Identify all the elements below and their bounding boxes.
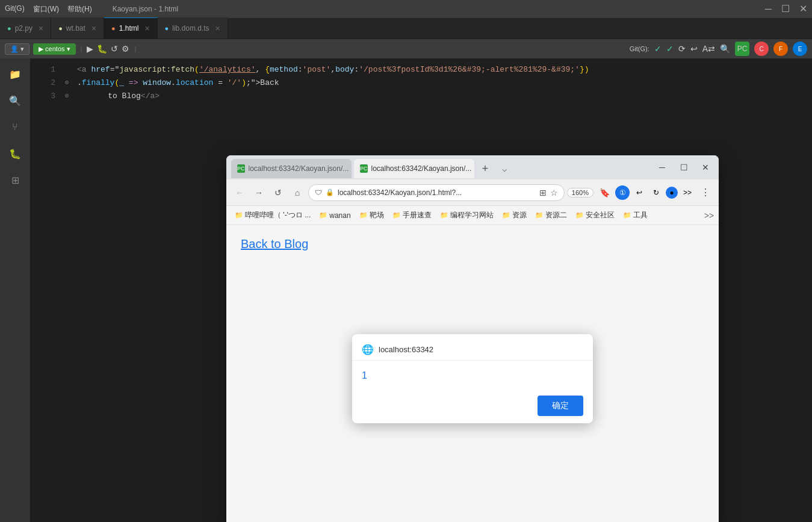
bookmark-range[interactable]: 📁 靶场 [356, 209, 388, 222]
tab-close-wtbat[interactable]: × [91, 23, 96, 33]
browser-new-tab-btn[interactable]: + [477, 160, 494, 177]
bookmark-icon-resource2: 📁 [535, 211, 544, 219]
bookmark-resource2[interactable]: 📁 资源二 [532, 209, 571, 222]
minimize-btn[interactable]: ─ [765, 4, 772, 14]
run-icon[interactable]: ▶ [87, 44, 93, 54]
toolbar-sep2: | [134, 45, 136, 52]
sidebar-icon-debug[interactable]: 🐛 [4, 143, 26, 164]
refresh-icon[interactable]: ↺ [111, 44, 118, 54]
debug-icon[interactable]: 🐛 [97, 44, 107, 54]
tab-close-1html[interactable]: × [144, 23, 149, 33]
titlebar-left: Git(G) 窗口(W) 帮助(H) Kaoyan.json - 1.html [5, 4, 178, 14]
bookmark-resource[interactable]: 📁 资源 [498, 209, 530, 222]
tab-label-wtbat: wt.bat [66, 24, 85, 33]
alert-ok-button[interactable]: 确定 [538, 396, 583, 416]
bookmarks-more-btn[interactable]: >> [704, 211, 714, 220]
line-num-2: 2 [35, 76, 65, 90]
browser-menu-btn[interactable]: ⋮ [697, 184, 714, 201]
zoom-level-badge: 160% [567, 188, 594, 197]
server-button[interactable]: ▶ centos ▾ [33, 43, 76, 55]
alert-dialog: 🌐 localhost:63342 1 确定 [352, 334, 593, 423]
browser-address-box[interactable]: 🛡 🔒 localhost:63342/Kaoyan.json/1.html?.… [308, 184, 565, 201]
address-url-text: localhost:63342/Kaoyan.json/1.html?... [338, 188, 536, 197]
bookmark-icon-tools: 📁 [623, 211, 631, 219]
browser-tab-icon-2: PC [360, 164, 368, 173]
tab-libdomdts[interactable]: ● lib.dom.d.ts × [158, 17, 228, 39]
bookmark-label-manual: 手册速查 [403, 210, 432, 220]
git-check1-icon[interactable]: ✓ [654, 44, 662, 54]
star-icon[interactable]: ☆ [550, 188, 558, 197]
sidebar-icon-git[interactable]: ⑂ [4, 116, 26, 138]
browser-back-btn[interactable]: ← [231, 184, 248, 201]
browser-forward-btn[interactable]: → [250, 184, 267, 201]
browser-reload-btn[interactable]: ↺ [270, 184, 287, 201]
close-btn[interactable]: ✕ [799, 4, 807, 14]
line-num-1: 1 [35, 63, 65, 76]
browser-tab-1[interactable]: PC localhost:63342/Kaoyan.json/... × [231, 159, 352, 178]
ext-icon-more[interactable]: >> [680, 185, 695, 200]
sidebar-icon-explorer[interactable]: 📁 [4, 63, 26, 85]
menu-git[interactable]: Git(G) [5, 4, 25, 14]
maximize-btn[interactable]: ☐ [781, 4, 790, 14]
menu-help[interactable]: 帮助(H) [67, 4, 92, 14]
browser-home-btn[interactable]: ⌂ [289, 184, 306, 201]
sidebar-icon-search[interactable]: 🔍 [4, 90, 26, 111]
bookmark-tools[interactable]: 📁 工具 [619, 209, 651, 222]
bookmark-coding[interactable]: 📁 编程学习网站 [436, 209, 497, 222]
browser-tab-label-1: localhost:63342/Kaoyan.json/... [249, 164, 349, 173]
ext-icons: ① ↩ ↻ ● >> [615, 185, 695, 200]
ext-icon-dot[interactable]: ● [666, 187, 678, 199]
back-to-blog-link[interactable]: Back to Blog [241, 237, 308, 250]
tab-label-1html: 1.html [119, 24, 139, 33]
browser-tab-label-2: localhost:63342/Kaoyan.json/... [371, 164, 472, 173]
menu-window[interactable]: 窗口(W) [33, 4, 59, 14]
bat-icon: ● [58, 25, 63, 32]
search-icon[interactable]: 🔍 [720, 44, 730, 54]
code-line-3: 3 ⊙ to Blog</a> [35, 90, 812, 103]
account-button[interactable]: 👤 ▾ [5, 43, 29, 55]
bookmark-label-tools: 工具 [633, 210, 648, 220]
browser-minimize-btn[interactable]: ─ [654, 159, 671, 176]
sidebar-icon-extensions[interactable]: ⊞ [4, 169, 26, 191]
ext-icon-chrome[interactable]: C [754, 42, 769, 56]
browser-content: Back to Blog 🌐 localhost:63342 1 确定 [226, 225, 719, 522]
bookmark-wanan[interactable]: 📁 wanan [315, 210, 354, 221]
qr-icon[interactable]: ⊞ [539, 188, 547, 197]
browser-win-controls: ─ ☐ ✕ [654, 159, 714, 176]
tab-1html[interactable]: ● 1.html × [104, 17, 158, 39]
ext-icon-refresh2[interactable]: ↻ [649, 185, 663, 200]
bookmark-icon-manual: 📁 [392, 211, 401, 219]
titlebar-right: ─ ☐ ✕ [765, 4, 807, 14]
bookmark-security[interactable]: 📁 安全社区 [572, 209, 618, 222]
py-icon: ● [7, 25, 11, 32]
browser-restore-btn[interactable]: ☐ [675, 159, 692, 176]
ext-icon-1[interactable]: ① [615, 185, 630, 200]
tab-close-p2py[interactable]: × [39, 23, 43, 33]
tab-p2py[interactable]: ● p2.py × [0, 17, 51, 39]
ext-icon-edge[interactable]: E [793, 42, 807, 56]
bookmark-icon-bilibili: 📁 [235, 211, 243, 219]
globe-icon: 🌐 [362, 344, 374, 355]
titlebar-menu: Git(G) 窗口(W) 帮助(H) [5, 4, 92, 14]
browser-bookmark-btn[interactable]: 🔖 [596, 184, 613, 201]
git-label: Git(G): [630, 45, 649, 52]
translate-icon[interactable]: A⇄ [702, 44, 715, 54]
browser-tab-2[interactable]: PC localhost:63342/Kaoyan.json/... × [354, 159, 474, 178]
tab-wtbat[interactable]: ● wt.bat × [51, 17, 104, 39]
git-history-icon[interactable]: ⟳ [678, 44, 686, 54]
bookmark-label-resource: 资源 [512, 210, 527, 220]
settings-icon[interactable]: ⚙ [122, 44, 129, 54]
bookmark-bilibili[interactable]: 📁 哔哩哔哩（ '-'つロ ... [231, 209, 314, 222]
git-check2-icon[interactable]: ✓ [666, 44, 674, 54]
git-undo-icon[interactable]: ↩ [690, 44, 698, 54]
ext-icon-pycharm[interactable]: PC [735, 42, 749, 56]
ext-icon-ff[interactable]: F [773, 42, 788, 56]
ide-sidebar: 📁 🔍 ⑂ 🐛 ⊞ [0, 58, 30, 522]
browser-close-btn[interactable]: ✕ [697, 159, 714, 176]
tab-close-libdomdts[interactable]: × [215, 23, 220, 33]
browser-tab-more-btn[interactable]: ⌵ [496, 160, 513, 177]
line-gutter-3: ⊙ [65, 90, 77, 103]
ext-icon-back[interactable]: ↩ [632, 185, 646, 200]
browser-titlebar: PC localhost:63342/Kaoyan.json/... × PC … [226, 155, 719, 179]
bookmark-manual[interactable]: 📁 手册速查 [389, 209, 435, 222]
